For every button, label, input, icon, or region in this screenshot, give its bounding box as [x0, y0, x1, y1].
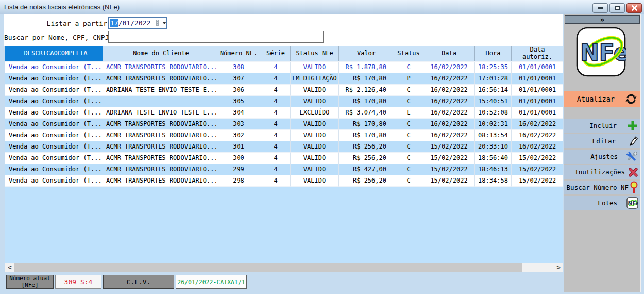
lotes-button[interactable]: Lotes NFe — [564, 196, 640, 210]
table-row[interactable]: Venda ao Consumidor (T... ACMR TRANSPORT… — [5, 73, 563, 85]
incluir-button[interactable]: Incluir — [564, 119, 640, 133]
cell-data: 16/02/2022 — [423, 107, 475, 119]
cell-valor: R$ 170,80 — [339, 73, 394, 85]
cell-status-nfe: VALIDO — [291, 130, 339, 141]
cell-cliente: ACMR TRANSPORTES RODOVIARIO... — [103, 175, 216, 187]
cell-serie: 4 — [261, 119, 291, 130]
cfv-button[interactable]: C.F.V. — [103, 275, 174, 289]
cell-descricao: Venda ao Consumidor (T... — [5, 119, 103, 130]
numero-atual-label: Número atual [NFe] — [6, 275, 54, 289]
calendar-dropdown-arrow-icon[interactable] — [162, 22, 166, 24]
sidebar-expander[interactable]: » — [565, 15, 640, 24]
column-header-nome-cliente[interactable]: Nome do Cliente — [103, 46, 216, 61]
lotes-label: Lotes — [598, 199, 617, 207]
table-row[interactable]: Venda ao Consumidor (T... ADRIANA TESTE … — [5, 107, 563, 119]
cell-valor: R$ 170,80 — [339, 130, 394, 141]
cell-valor: R$ 256,20 — [339, 141, 394, 153]
cell-descricao: Venda ao Consumidor (T... — [5, 73, 103, 85]
column-header-status-nfe[interactable]: Status NFe — [291, 46, 339, 61]
cell-cliente: ACMR TRANSPORTES RODOVIARIO... — [103, 130, 216, 141]
minimize-icon — [598, 7, 603, 9]
cell-serie: 4 — [261, 141, 291, 153]
column-header-status[interactable]: Status — [394, 46, 423, 61]
cell-valor: R$ 256,20 — [339, 175, 394, 187]
cell-descricao: Venda ao Consumidor (T... — [5, 130, 103, 141]
cell-cliente: ACMR TRANSPORTES RODOVIARIO... — [103, 164, 216, 175]
calendar-icon[interactable] — [156, 20, 159, 26]
column-header-hora[interactable]: Hora — [475, 46, 512, 61]
cell-numero: 303 — [216, 119, 261, 130]
cell-data: 15/02/2022 — [423, 153, 475, 164]
table-row[interactable]: Venda ao Consumidor (T... ACMR TRANSPORT… — [5, 141, 563, 153]
cell-descricao: Venda ao Consumidor (T... — [5, 141, 103, 153]
inutilizacoes-label: Inutilizações — [574, 168, 625, 176]
cell-data-autoriz: 15/02/2022 — [512, 153, 563, 164]
numero-atual-line1: Número atual — [9, 275, 50, 282]
scroll-right-button[interactable]: > — [554, 263, 563, 272]
plus-icon — [627, 120, 638, 132]
column-header-numero-nf[interactable]: Número NF. — [216, 46, 261, 61]
ajustes-button[interactable]: Ajustes — [564, 150, 640, 164]
cell-status: C — [394, 130, 423, 141]
column-header-serie[interactable]: Série — [261, 46, 291, 61]
cell-cliente: ACMR TRANSPORTES RODOVIARIO... — [103, 153, 216, 164]
cell-hora: 10:02:31 — [475, 119, 512, 130]
cell-status: C — [394, 62, 423, 73]
table-row[interactable]: Venda ao Consumidor (T... ACMR TRANSPORT… — [5, 130, 563, 141]
table-row[interactable]: Venda ao Consumidor (T... 305 4 VALIDO R… — [5, 96, 563, 107]
date-from-field[interactable]: 17/01/2022 — [108, 17, 167, 29]
cell-hora: 16:56:14 — [475, 85, 512, 96]
scrollbar-thumb[interactable] — [14, 263, 522, 272]
cell-data-autoriz: 16/02/2022 — [512, 130, 563, 141]
cell-status-nfe: VALIDO — [291, 96, 339, 107]
horizontal-scrollbar[interactable]: < > — [5, 263, 563, 272]
table-row[interactable]: Venda ao Consumidor (T... ACMR TRANSPORT… — [5, 153, 563, 164]
cell-hora: 18:56:40 — [475, 153, 512, 164]
nfe-mini-icon: NFe — [626, 197, 638, 209]
maximize-button[interactable] — [609, 3, 625, 13]
table-row[interactable]: Venda ao Consumidor (T... ADRIANA TESTE … — [5, 85, 563, 96]
cell-status: C — [394, 141, 423, 153]
cell-numero: 304 — [216, 107, 261, 119]
cell-data-autoriz: 01/01/0001 — [512, 107, 563, 119]
table-row[interactable]: Venda ao Consumidor (T... ACMR TRANSPORT… — [5, 119, 563, 130]
column-header-data-autoriz[interactable]: Data autoriz. — [512, 46, 563, 61]
scroll-left-button[interactable]: < — [5, 263, 14, 272]
cell-cliente: ACMR TRANSPORTES RODOVIARIO... — [103, 73, 216, 85]
cell-data-autoriz: 15/02/2022 — [512, 175, 563, 187]
date-selected-segment[interactable]: 17 — [110, 19, 118, 27]
cell-descricao: Venda ao Consumidor (T... — [5, 62, 103, 73]
cell-data-autoriz: 01/01/0001 — [512, 62, 563, 73]
atualizar-button[interactable]: Atualizar — [564, 91, 640, 107]
table-row[interactable]: Venda ao Consumidor (T... ACMR TRANSPORT… — [5, 175, 563, 187]
column-header-valor[interactable]: Valor — [339, 46, 394, 61]
date-rest-segment[interactable]: /01/2022 — [118, 19, 151, 27]
inutilizacoes-button[interactable]: Inutilizações — [564, 165, 640, 179]
close-button[interactable] — [626, 3, 642, 13]
cell-descricao: Venda ao Consumidor (T... — [5, 164, 103, 175]
minimize-button[interactable] — [592, 3, 608, 13]
search-input[interactable] — [108, 31, 324, 43]
cell-status-nfe: VALIDO — [291, 119, 339, 130]
cell-hora: 17:01:28 — [475, 73, 512, 85]
table-row[interactable]: Venda ao Consumidor (T... ACMR TRANSPORT… — [5, 62, 563, 73]
cell-data: 16/02/2022 — [423, 73, 475, 85]
cell-status: C — [394, 164, 423, 175]
cell-descricao: Venda ao Consumidor (T... — [5, 175, 103, 187]
cell-descricao: Venda ao Consumidor (T... — [5, 153, 103, 164]
sidebar: » NFe Atualizar Incluir Editar — [564, 14, 641, 292]
column-header-descricaocompleta[interactable]: DESCRICAOCOMPLETA — [5, 46, 103, 61]
cell-numero: 300 — [216, 153, 261, 164]
table-row[interactable]: Venda ao Consumidor (T... ACMR TRANSPORT… — [5, 164, 563, 175]
cell-valor: R$ 256,20 — [339, 153, 394, 164]
cell-hora: 18:34:58 — [475, 175, 512, 187]
cell-status: C — [394, 175, 423, 187]
column-header-data[interactable]: Data — [423, 46, 475, 61]
cell-valor: R$ 170,80 — [339, 96, 394, 107]
cell-numero: 301 — [216, 141, 261, 153]
cell-data-autoriz: 01/01/0001 — [512, 85, 563, 96]
buscar-numero-nf-button[interactable]: Buscar Número NF — [564, 181, 640, 194]
editar-button[interactable]: Editar — [564, 134, 640, 148]
maximize-icon — [615, 6, 620, 10]
cell-cliente: ACMR TRANSPORTES RODOVIARIO... — [103, 141, 216, 153]
